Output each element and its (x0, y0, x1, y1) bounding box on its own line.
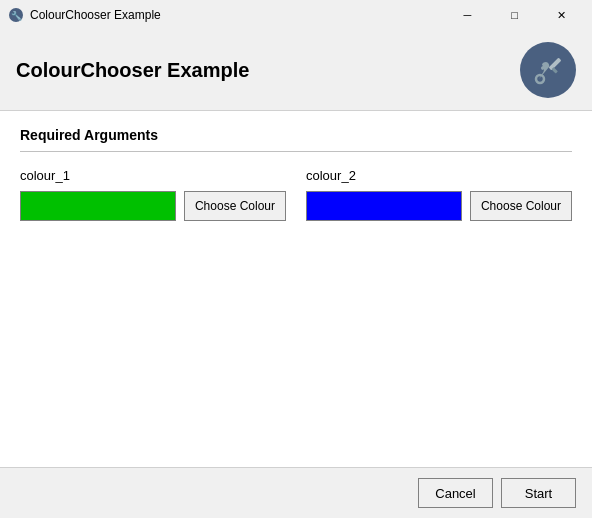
app-title: ColourChooser Example (16, 59, 249, 82)
section-divider (20, 151, 572, 152)
arguments-grid: colour_1 Choose Colour colour_2 Choose C… (20, 168, 572, 221)
content-area: Required Arguments colour_1 Choose Colou… (0, 110, 592, 467)
close-button[interactable]: ✕ (539, 0, 584, 30)
cancel-button[interactable]: Cancel (418, 478, 493, 508)
colour1-label: colour_1 (20, 168, 286, 183)
colour1-group: colour_1 Choose Colour (20, 168, 286, 221)
colour1-swatch (20, 191, 176, 221)
colour2-choose-button[interactable]: Choose Colour (470, 191, 572, 221)
section-title: Required Arguments (20, 127, 572, 143)
svg-rect-2 (549, 58, 562, 71)
app-icon: 🔧 (8, 7, 24, 23)
start-button[interactable]: Start (501, 478, 576, 508)
svg-text:🔧: 🔧 (11, 10, 23, 22)
title-bar-text: ColourChooser Example (30, 8, 445, 22)
colour1-choose-button[interactable]: Choose Colour (184, 191, 286, 221)
tools-icon (532, 54, 564, 86)
footer: Cancel Start (0, 467, 592, 518)
maximize-button[interactable]: □ (492, 0, 537, 30)
window-body: ColourChooser Example Required Arguments (0, 30, 592, 467)
header-icon-circle (520, 42, 576, 98)
minimize-button[interactable]: ─ (445, 0, 490, 30)
window-controls: ─ □ ✕ (445, 0, 584, 30)
title-bar: 🔧 ColourChooser Example ─ □ ✕ (0, 0, 592, 30)
colour2-label: colour_2 (306, 168, 572, 183)
colour1-row: Choose Colour (20, 191, 286, 221)
header: ColourChooser Example (0, 30, 592, 110)
colour2-group: colour_2 Choose Colour (306, 168, 572, 221)
svg-point-4 (536, 75, 544, 83)
colour2-row: Choose Colour (306, 191, 572, 221)
colour2-swatch (306, 191, 462, 221)
